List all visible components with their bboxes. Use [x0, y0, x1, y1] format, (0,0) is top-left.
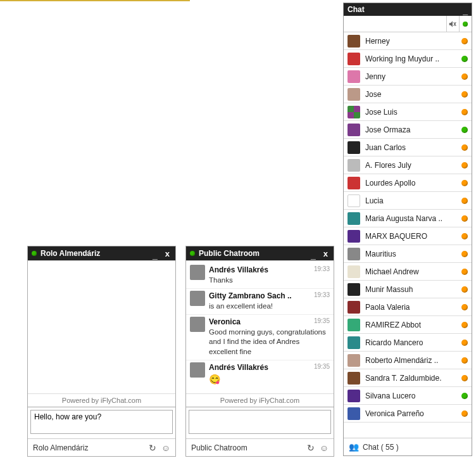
close-button[interactable]: x — [163, 249, 172, 258]
avatar — [348, 35, 360, 48]
buddy-list-item[interactable]: Mauritius — [344, 245, 472, 263]
chat-input-wrap — [28, 407, 175, 438]
status-dot-icon — [461, 73, 468, 80]
chat-message-area[interactable]: Andrés Villakrés19:33ThanksGitty Zambran… — [186, 260, 334, 393]
status-dot-icon — [461, 269, 468, 275]
chat-title: Public Chatroom — [199, 249, 305, 258]
minimize-button[interactable]: _ — [463, 6, 468, 16]
minimize-button[interactable]: _ — [309, 253, 318, 258]
buddy-list-item[interactable]: Jose Luis — [344, 103, 472, 121]
sound-toggle-icon[interactable] — [447, 16, 460, 32]
close-button[interactable]: x — [322, 249, 330, 258]
buddy-name: Mauritius — [365, 250, 456, 258]
status-dot-icon — [32, 251, 37, 256]
avatar — [190, 317, 205, 332]
message-sender: Andrés Villakrés — [209, 363, 268, 372]
status-dot-icon — [461, 198, 468, 204]
message-sender: Gitty Zambrano Sach .. — [209, 291, 292, 300]
footer-name: Public Chatroom — [191, 443, 302, 452]
buddy-list-header[interactable]: Chat _ — [344, 3, 472, 16]
message-sender: Andrés Villakrés — [209, 265, 268, 274]
chat-header[interactable]: Rolo Almendáriz _ x — [28, 246, 175, 260]
buddy-list-item[interactable]: Paola Valeria — [344, 298, 472, 316]
buddy-list-item[interactable]: Herney — [344, 32, 472, 50]
people-icon: 👥 — [349, 442, 359, 452]
my-status-indicator[interactable] — [460, 16, 472, 32]
message-time: 19:35 — [314, 317, 330, 326]
chat-window-rolo: Rolo Almendáriz _ x Powered by iFlyChat.… — [27, 246, 176, 457]
chat-header[interactable]: Public Chatroom _ x — [186, 246, 334, 260]
buddy-list-item[interactable]: A. Flores July — [344, 156, 472, 174]
status-dot-icon — [461, 144, 468, 151]
status-dot-icon — [461, 357, 468, 364]
chat-message: Andrés Villakrés19:33Thanks — [186, 263, 334, 289]
chat-message: Veronica19:35Good morning guys, congratu… — [186, 315, 334, 360]
message-time: 19:35 — [314, 362, 330, 371]
avatar — [348, 301, 360, 314]
refresh-icon[interactable]: ↻ — [307, 443, 315, 453]
avatar — [190, 265, 205, 280]
buddy-list-toolbar — [344, 16, 472, 32]
buddy-name: Michael Andrew — [365, 267, 456, 276]
refresh-icon[interactable]: ↻ — [149, 443, 156, 453]
chat-input[interactable] — [189, 410, 331, 434]
buddy-list-item[interactable]: MARX BAQUERO — [344, 227, 472, 245]
avatar — [348, 159, 360, 172]
avatar — [348, 248, 360, 260]
avatar — [348, 230, 360, 243]
buddy-list-item[interactable]: Jose Ormaza — [344, 121, 472, 139]
chat-message-area[interactable] — [28, 260, 175, 393]
buddy-list-footer[interactable]: 👥 Chat ( 55 ) — [344, 438, 472, 455]
message-time: 19:33 — [314, 265, 330, 274]
buddy-list-item[interactable]: Sandra T. Zaldumbide. — [344, 369, 472, 387]
buddy-name: Juan Carlos — [365, 143, 456, 152]
buddy-name: A. Flores July — [365, 161, 456, 170]
buddy-list-item[interactable]: Working Ing Muydur .. — [344, 50, 472, 68]
buddy-name: Munir Massuh — [365, 285, 456, 294]
smiley-icon[interactable]: ☺ — [320, 443, 329, 453]
buddy-list-item[interactable]: Veronica Parreño — [344, 405, 472, 423]
avatar — [348, 407, 360, 420]
chat-message: Gitty Zambrano Sach ..19:33is an excelle… — [186, 289, 334, 315]
buddy-list-item[interactable]: Juan Carlos — [344, 139, 472, 156]
chat-message: Andrés Villakrés19:35😋 — [186, 360, 334, 389]
buddy-list-item[interactable]: Lucia — [344, 192, 472, 210]
buddy-list-item[interactable]: Munir Massuh — [344, 281, 472, 298]
buddy-name: Maria Augusta Narva .. — [365, 214, 456, 223]
buddy-name: Ricardo Mancero — [365, 338, 456, 347]
buddy-list-item[interactable]: Ricardo Mancero — [344, 334, 472, 352]
status-dot-icon — [461, 233, 468, 239]
minimize-button[interactable]: _ — [151, 253, 160, 258]
buddy-list-item[interactable]: Jenny — [344, 68, 472, 86]
buddy-name: Lucia — [365, 196, 456, 205]
status-dot-icon — [461, 304, 468, 310]
status-dot-icon — [461, 127, 468, 133]
buddy-list[interactable]: HerneyWorking Ing Muydur ..JennyJoseJose… — [344, 32, 472, 438]
status-dot-icon — [461, 410, 468, 417]
buddy-list-panel: Chat _ HerneyWorking Ing Muydur ..JennyJ… — [343, 3, 472, 456]
powered-by-label: Powered by iFlyChat.com — [186, 393, 334, 407]
buddy-list-item[interactable]: Lourdes Apollo — [344, 174, 472, 192]
buddy-list-item[interactable]: Roberto Almendáriz .. — [344, 352, 472, 369]
buddy-name: Working Ing Muydur .. — [365, 54, 456, 63]
avatar — [348, 106, 360, 118]
status-dot-icon — [461, 251, 468, 257]
chat-input[interactable] — [30, 410, 173, 434]
status-dot-icon — [461, 109, 468, 115]
message-time: 19:33 — [314, 291, 330, 300]
buddy-name: Roberto Almendáriz .. — [365, 356, 456, 365]
buddy-list-item[interactable]: Jose — [344, 86, 472, 103]
smiley-icon[interactable]: ☺ — [161, 443, 170, 453]
buddy-list-item[interactable]: Michael Andrew — [344, 263, 472, 281]
buddy-search-input[interactable] — [344, 16, 447, 32]
avatar — [348, 53, 360, 65]
buddy-list-item[interactable]: Maria Augusta Narva .. — [344, 210, 472, 227]
chat-window-public: Public Chatroom _ x Andrés Villakrés19:3… — [185, 246, 334, 457]
buddy-list-item[interactable]: RAMIREZ Abbot — [344, 316, 472, 334]
avatar — [348, 372, 360, 385]
footer-name: Rolo Almendáriz — [33, 443, 144, 452]
buddy-name: Herney — [365, 37, 456, 46]
buddy-name: Lourdes Apollo — [365, 179, 456, 188]
buddy-list-item[interactable]: Silvana Lucero — [344, 387, 472, 405]
status-dot-icon — [461, 215, 468, 222]
